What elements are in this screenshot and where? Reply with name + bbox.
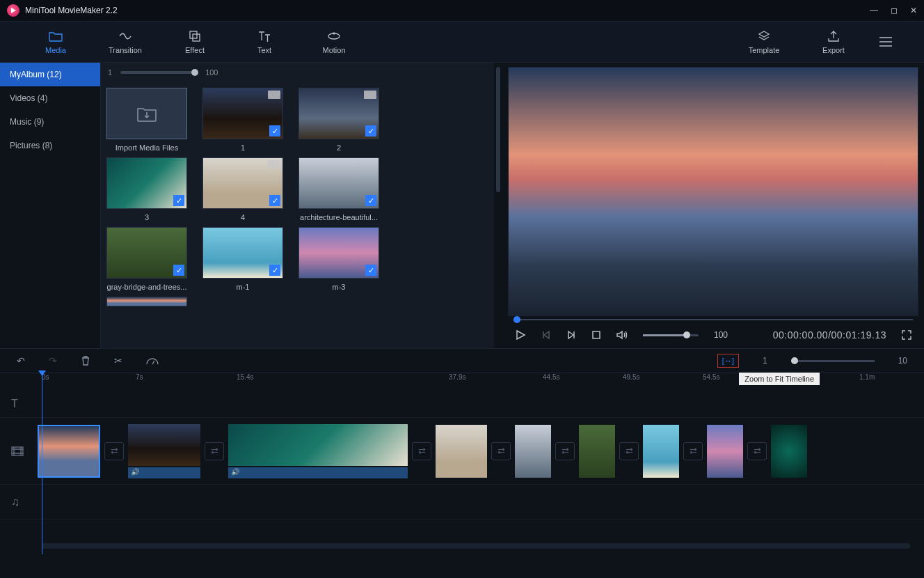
close-button[interactable]: ✕ xyxy=(910,6,917,15)
media-thumb-7[interactable]: ✓ xyxy=(202,227,283,279)
maximize-button[interactable]: ◻ xyxy=(891,6,898,15)
media-thumb-4[interactable]: ✓ xyxy=(202,157,283,209)
transition-gap[interactable]: ⇄ xyxy=(205,442,224,460)
timeline-clip[interactable] xyxy=(771,425,807,478)
preview-video[interactable] xyxy=(508,67,918,316)
main-area: MyAlbum (12) Videos (4) Music (9) Pictur… xyxy=(0,63,924,348)
speed-button[interactable] xyxy=(146,357,159,365)
transition-gap[interactable]: ⇄ xyxy=(747,442,767,460)
import-label: Import Media Files xyxy=(116,143,178,152)
media-thumb-5[interactable]: ✓ xyxy=(298,157,379,209)
motion-icon xyxy=(327,29,341,43)
fullscreen-button[interactable] xyxy=(902,330,911,340)
timeline-clip[interactable] xyxy=(38,425,100,478)
svg-rect-1 xyxy=(190,31,197,38)
hamburger-icon xyxy=(879,35,893,49)
redo-button[interactable]: ↷ xyxy=(49,355,57,366)
transition-gap[interactable]: ⇄ xyxy=(683,442,703,460)
sidebar-item-videos[interactable]: Videos (4) xyxy=(0,86,100,110)
volume-slider[interactable] xyxy=(643,334,699,336)
export-icon xyxy=(827,29,840,43)
video-icon xyxy=(268,91,280,99)
media-panel: 1 100 Import Media Files ✓ 1 ✓ 2 xyxy=(101,63,494,348)
transition-gap[interactable]: ⇄ xyxy=(104,442,124,460)
zoom-fit-tooltip: Zoom to Fit Timeline xyxy=(739,373,820,385)
timeline-zoom-min: 1 xyxy=(763,356,767,366)
transition-gap[interactable]: ⇄ xyxy=(491,442,511,460)
volume-icon[interactable] xyxy=(616,330,628,340)
timeline-zoom-slider[interactable] xyxy=(791,360,875,362)
video-icon xyxy=(268,160,280,169)
toolbar-media[interactable]: Media xyxy=(21,29,90,54)
transition-gap[interactable]: ⇄ xyxy=(412,442,431,460)
media-thumb-2[interactable]: ✓ xyxy=(298,88,379,139)
template-icon xyxy=(758,29,770,43)
video-track-icon xyxy=(11,446,32,456)
timeline-clip[interactable]: 🔊 xyxy=(128,424,200,478)
media-zoom-slider[interactable] xyxy=(120,71,197,74)
media-zoom-min: 1 xyxy=(108,68,112,77)
delete-button[interactable] xyxy=(81,356,90,366)
toolbar-effect[interactable]: Effect xyxy=(160,29,230,54)
audio-track[interactable]: ♫ xyxy=(0,485,924,520)
timeline-clip[interactable]: 🔊 xyxy=(228,424,408,478)
transition-gap[interactable]: ⇄ xyxy=(619,442,639,460)
main-toolbar: Media Transition Effect Text Motion Temp… xyxy=(0,21,924,63)
media-scrollbar[interactable] xyxy=(494,63,502,348)
check-icon: ✓ xyxy=(269,265,280,276)
title-bar: MiniTool MovieMaker 2.2 — ◻ ✕ xyxy=(0,0,924,21)
toolbar-transition[interactable]: Transition xyxy=(90,29,160,54)
import-media-button[interactable] xyxy=(106,88,187,139)
sidebar-item-myalbum[interactable]: MyAlbum (12) xyxy=(0,63,100,86)
folder-icon xyxy=(49,29,63,43)
check-icon: ✓ xyxy=(365,265,376,276)
media-thumb-partial[interactable] xyxy=(106,297,187,306)
time-display: 00:00:00.00/00:01:19.13 xyxy=(773,329,886,341)
sidebar-item-music[interactable]: Music (9) xyxy=(0,110,100,134)
text-track[interactable]: T xyxy=(0,390,924,418)
timeline-scrollbar[interactable] xyxy=(42,543,910,549)
toolbar-motion[interactable]: Motion xyxy=(299,29,369,54)
minimize-button[interactable]: — xyxy=(870,6,878,15)
check-icon: ✓ xyxy=(269,195,280,206)
timeline-clip[interactable] xyxy=(643,425,679,478)
next-frame-button[interactable] xyxy=(566,330,576,340)
media-thumb-6[interactable]: ✓ xyxy=(106,227,187,279)
timeline-panel: 0s 7s 15.4s 37.9s 44.5s 49.5s 54.5s 1.1m… xyxy=(0,373,924,554)
media-zoom-max: 100 xyxy=(205,68,218,77)
svg-marker-6 xyxy=(544,331,549,338)
undo-button[interactable]: ↶ xyxy=(17,355,25,366)
sidebar-item-pictures[interactable]: Pictures (8) xyxy=(0,134,100,157)
svg-marker-0 xyxy=(11,8,16,13)
toolbar-menu[interactable] xyxy=(868,35,903,49)
edit-toolbar: ↶ ↷ ✂ [↔] 1 10 Zoom to Fit Timeline xyxy=(0,348,924,373)
toolbar-text[interactable]: Text xyxy=(230,29,299,54)
timeline-clip[interactable] xyxy=(579,425,615,478)
media-thumb-8[interactable]: ✓ xyxy=(298,227,379,279)
zoom-fit-button[interactable]: [↔] xyxy=(717,354,739,368)
playhead[interactable] xyxy=(42,373,42,554)
timeline-clip[interactable] xyxy=(515,425,551,478)
play-button[interactable] xyxy=(515,329,526,341)
toolbar-template[interactable]: Template xyxy=(729,29,799,54)
check-icon: ✓ xyxy=(269,125,280,136)
video-track[interactable]: ⇄ 🔊 ⇄ 🔊 ⇄ ⇄ ⇄ ⇄ ⇄ ⇄ xyxy=(0,418,924,485)
prev-frame-button[interactable] xyxy=(541,330,551,340)
preview-progress[interactable] xyxy=(508,318,918,322)
check-icon: ✓ xyxy=(365,125,376,136)
timeline-zoom-max: 10 xyxy=(898,356,907,366)
stop-button[interactable] xyxy=(591,330,601,340)
media-thumb-3[interactable]: ✓ xyxy=(106,157,187,209)
media-thumb-1[interactable]: ✓ xyxy=(202,88,283,139)
svg-marker-5 xyxy=(517,331,525,339)
timeline-clip[interactable] xyxy=(707,425,743,478)
audio-track-icon: ♫ xyxy=(11,496,32,508)
split-button[interactable]: ✂ xyxy=(114,355,122,366)
transition-gap[interactable]: ⇄ xyxy=(555,442,575,460)
effect-icon xyxy=(189,29,201,43)
app-logo xyxy=(7,4,19,17)
svg-marker-8 xyxy=(568,331,573,338)
check-icon: ✓ xyxy=(173,265,184,276)
timeline-clip[interactable] xyxy=(436,425,487,478)
toolbar-export[interactable]: Export xyxy=(799,29,868,54)
